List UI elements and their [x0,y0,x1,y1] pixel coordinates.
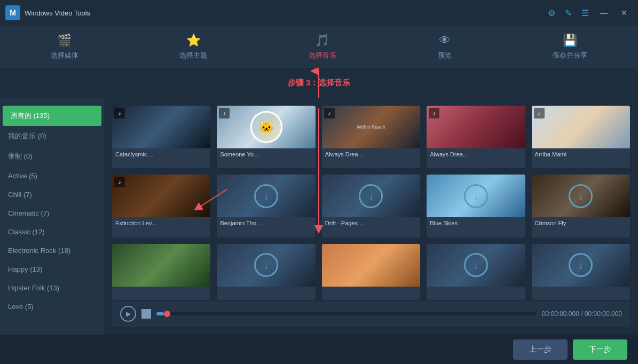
step-preview[interactable]: 👁 预览 [427,34,462,60]
note-icon: ♪ [219,108,230,118]
step-navigation: 🎬 选择媒体 ⭐ 选择主题 🎵 选择音乐 👁 预览 💾 保存并分享 [0,26,638,68]
card-thumb-benjamin: ↓ [217,175,315,217]
sidebar-item-my-music[interactable]: 我的音乐 (0) [0,126,104,146]
stop-button[interactable] [141,309,151,319]
card-label-crimson-fly: Crimson Fly [532,217,630,229]
download-icon: ↓ [569,253,593,277]
sidebar-item-hipster-folk[interactable]: Hipster Folk (13) [0,279,104,297]
music-card-drift[interactable]: ↓ Drift - Pages ... [322,175,420,237]
music-card-row3e[interactable]: ↓ [532,244,630,300]
play-button[interactable]: ▶ [120,306,136,322]
note-icon: ♪ [114,108,125,118]
note-icon: ♪ [324,108,335,118]
title-bar-controls: ⚙ ✎ ☰ — ✕ [545,5,633,20]
card-label-row3e [532,287,630,292]
step-select-media[interactable]: 🎬 选择媒体 [40,34,89,60]
music-card-crimson-fly[interactable]: ↓ Crimson Fly [532,175,630,237]
card-label-drift: Drift - Pages ... [322,217,420,229]
step-title: 步骤 3：选择音乐 [288,78,351,88]
sidebar-item-chill[interactable]: Chill (7) [0,185,104,204]
download-icon: ↓ [464,184,488,208]
music-icon: 🎵 [315,34,329,48]
card-thumb-row3e: ↓ [532,244,630,287]
step-media-label: 选择媒体 [51,51,78,60]
time-current: 00:00:00.000 [542,310,579,318]
card-thumb-drift: ↓ [322,175,420,217]
sidebar-item-classic[interactable]: Classic (12) [0,223,104,241]
minimize-button[interactable]: — [595,5,612,20]
download-icon: ↓ [359,184,383,208]
media-icon: 🎬 [57,34,72,48]
card-label-extinction: Extinction Lev... [112,217,210,229]
prev-button[interactable]: 上一步 [513,339,568,360]
music-card-always-drea[interactable]: ♪ Always Drea... [427,106,525,168]
preview-icon: 👁 [439,34,451,48]
card-thumb-crimson: ↓ [532,175,630,217]
note-icon: ♪ [429,108,439,118]
music-grid: ♪ Cataclysmic ... ♪ 🐱 Someone Yo... ♪ Wi… [112,106,630,300]
card-label-arriba: Arriba Mami [532,148,630,160]
sidebar-item-all[interactable]: 所有的 (135) [3,106,101,126]
sidebar-item-happy[interactable]: Happy (13) [0,260,104,279]
card-thumb-always-drea: ♪ [427,106,525,148]
step-select-theme[interactable]: ⭐ 选择主题 [169,34,218,60]
music-card-cataclysmic[interactable]: ♪ Cataclysmic ... [112,106,210,168]
theme-icon: ⭐ [186,34,201,48]
card-label-always-drea: Always Drea... [427,148,525,160]
card-thumb-row3d: ↓ [427,244,525,287]
sidebar-item-love[interactable]: Love (5) [0,297,104,316]
music-card-always-reach[interactable]: ♪ Within Reach Always Drea... [322,106,420,168]
sidebar-item-cinematic[interactable]: Cinematic (7) [0,204,104,223]
next-button[interactable]: 下一步 [573,339,627,360]
music-card-benjamin[interactable]: ↓ Benjamin Tho... [217,175,315,237]
music-card-row3b[interactable]: ↓ [217,244,315,300]
card-label-blue-skies: Blue Skies [427,217,525,229]
card-label-cataclysmic: Cataclysmic ... [112,148,210,160]
save-icon: 💾 [563,34,577,48]
progress-bar[interactable] [156,312,537,315]
music-grid-container: ♪ Cataclysmic ... ♪ 🐱 Someone Yo... ♪ Wi… [104,98,638,335]
step-save-share[interactable]: 💾 保存并分享 [542,34,598,60]
step-header: 步骤 3：选择音乐 [0,68,638,98]
music-card-someone[interactable]: ♪ 🐱 Someone Yo... [217,106,315,168]
step-select-music[interactable]: 🎵 选择音乐 [298,34,347,60]
progress-fill [156,312,164,315]
note-icon: ♪ [534,108,545,118]
close-button[interactable]: ✕ [616,5,633,20]
card-label-someone: Someone Yo... [217,148,315,160]
note-icon: ♪ [114,177,125,187]
music-card-arriba[interactable]: ♪ Arriba Mami [532,106,630,168]
card-thumb-row3a [112,244,210,287]
card-label-benjamin: Benjamin Tho... [217,217,315,229]
card-label-row3d [427,287,525,292]
card-label-always-reach: Always Drea... [322,148,420,160]
step-preview-label: 预览 [438,51,452,60]
card-thumb-row3b: ↓ [217,244,315,287]
step-music-label: 选择音乐 [309,51,336,60]
sidebar-item-electronic-rock[interactable]: Electronic Rock (18) [0,241,104,260]
app-logo: M [5,5,20,20]
music-card-row3c[interactable] [322,244,420,300]
card-thumb-row3c [322,244,420,287]
progress-thumb[interactable] [164,311,170,317]
sidebar-item-active[interactable]: Active (5) [0,167,104,185]
card-thumb-always-reach: ♪ Within Reach [322,106,420,148]
filter-icon[interactable]: ⚙ [545,6,558,20]
sidebar: 所有的 (135) 我的音乐 (0) 录制 (0) Active (5) Chi… [0,98,104,335]
music-card-row3a[interactable] [112,244,210,300]
card-thumb-someone: ♪ 🐱 [217,106,315,148]
time-separator: / [581,310,585,318]
card-label-row3b [217,287,315,292]
music-card-extinction[interactable]: ♪ Extinction Lev... [112,175,210,237]
menu-icon[interactable]: ☰ [578,6,592,20]
music-card-blue-skies[interactable]: ↓ Blue Skies [427,175,525,237]
step-save-label: 保存并分享 [553,51,587,60]
playback-bar: ▶ 00:00:00.000 / 00:00:00.000 [112,300,630,327]
edit-icon[interactable]: ✎ [562,6,575,20]
download-icon: ↓ [569,184,593,208]
time-total: 00:00:00.000 [585,310,622,318]
music-card-row3d[interactable]: ↓ [427,244,525,300]
sidebar-item-recorded[interactable]: 录制 (0) [0,146,104,167]
bottom-bar: 上一步 下一步 [0,335,638,364]
time-display: 00:00:00.000 / 00:00:00.000 [542,310,622,318]
